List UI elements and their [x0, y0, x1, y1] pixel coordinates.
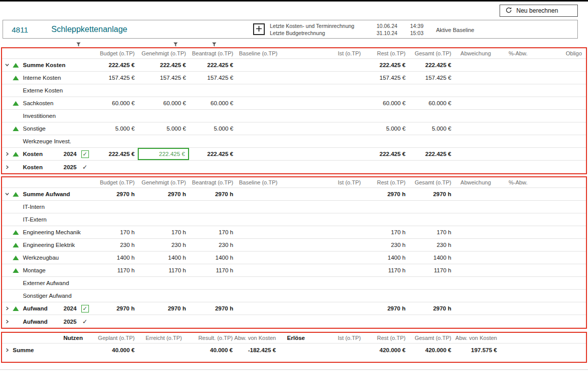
- column-header-rest-o-tp[interactable]: Rest (o.TP): [364, 177, 409, 188]
- value-cell[interactable]: 2970 h: [91, 188, 138, 200]
- aufwand-row-montage[interactable]: Montage1170 h1170 h1170 h1170 h1170 h: [2, 264, 586, 277]
- value-cell[interactable]: [236, 290, 281, 302]
- value-cell[interactable]: [454, 277, 494, 289]
- value-cell[interactable]: [138, 290, 189, 302]
- value-cell[interactable]: [454, 84, 494, 97]
- value-cell[interactable]: [454, 110, 494, 122]
- value-cell[interactable]: 5.000 €: [189, 122, 236, 135]
- value-cell[interactable]: [236, 148, 281, 160]
- collapse-chevron-icon[interactable]: [5, 192, 13, 197]
- value-cell[interactable]: [494, 148, 531, 160]
- value-cell[interactable]: -182.425 €: [236, 343, 279, 356]
- value-cell[interactable]: [138, 201, 189, 213]
- year-checkbox[interactable]: ✓: [81, 305, 89, 312]
- aufwand-row-it-intern[interactable]: IT-Intern: [2, 201, 586, 213]
- value-cell[interactable]: 60.000 €: [138, 97, 189, 109]
- value-cell[interactable]: 2970 h: [189, 302, 236, 315]
- value-cell[interactable]: 157.425 €: [91, 72, 138, 84]
- value-cell[interactable]: 170 h: [91, 226, 138, 238]
- value-cell[interactable]: [236, 188, 281, 200]
- value-cell[interactable]: [236, 59, 281, 71]
- value-cell[interactable]: [308, 343, 364, 356]
- value-cell[interactable]: [494, 252, 531, 264]
- value-cell[interactable]: [409, 213, 454, 226]
- value-cell[interactable]: 170 h: [364, 226, 409, 238]
- year-checkbox[interactable]: ✓: [81, 150, 89, 158]
- value-cell[interactable]: 5.000 €: [364, 122, 409, 135]
- aufwand-row-aufwand-2024[interactable]: Aufwand2024✓2970 h2970 h2970 h2970 h2970…: [2, 302, 586, 315]
- value-cell[interactable]: [454, 188, 494, 200]
- value-cell[interactable]: [494, 161, 531, 173]
- value-cell[interactable]: [531, 122, 585, 135]
- value-cell[interactable]: 157.425 €: [189, 72, 236, 84]
- value-cell[interactable]: 1400 h: [91, 252, 138, 264]
- column-header[interactable]: [2, 48, 91, 58]
- expand-chevron-icon[interactable]: [5, 319, 13, 324]
- value-cell[interactable]: [281, 135, 364, 147]
- value-cell[interactable]: [364, 201, 409, 213]
- value-cell[interactable]: 1400 h: [189, 252, 236, 264]
- value-cell[interactable]: [409, 315, 454, 328]
- value-cell[interactable]: [409, 135, 454, 147]
- value-cell[interactable]: [236, 97, 281, 109]
- value-cell[interactable]: [364, 161, 409, 173]
- value-cell[interactable]: [454, 72, 494, 84]
- value-cell[interactable]: [454, 213, 494, 226]
- value-cell[interactable]: [138, 84, 189, 97]
- value-cell[interactable]: [409, 110, 454, 122]
- column-header-result-o-tp[interactable]: Result. (o.TP): [185, 333, 236, 343]
- value-cell[interactable]: [409, 201, 454, 213]
- value-cell[interactable]: [494, 97, 531, 109]
- value-cell[interactable]: 222.425 €: [409, 59, 454, 71]
- value-cell[interactable]: [454, 226, 494, 238]
- aufwand-row-werkzeugbau[interactable]: Werkzeugbau1400 h1400 h1400 h1400 h1400 …: [2, 252, 586, 264]
- kosten-row-externe-kosten[interactable]: Externe Kosten: [2, 84, 586, 97]
- value-cell[interactable]: 170 h: [409, 226, 454, 238]
- value-cell[interactable]: [494, 315, 531, 328]
- value-cell[interactable]: [494, 110, 531, 122]
- value-cell[interactable]: [454, 59, 494, 71]
- column-header-baseline-o-tp[interactable]: Baseline (o.TP): [236, 177, 281, 188]
- value-cell[interactable]: 60.000 €: [364, 97, 409, 109]
- value-cell[interactable]: 222.425 €: [189, 59, 236, 71]
- expand-chevron-icon[interactable]: [5, 151, 13, 157]
- aufwand-row-aufwand-2025[interactable]: Aufwand2025✓: [2, 315, 586, 328]
- kosten-row-werkzeuge-invest[interactable]: Werkzeuge Invest.: [2, 135, 586, 148]
- value-cell[interactable]: [281, 110, 364, 122]
- value-cell[interactable]: [281, 161, 364, 173]
- value-cell[interactable]: 5.000 €: [91, 122, 138, 135]
- value-cell[interactable]: 2970 h: [409, 302, 454, 315]
- nutzen-row-summe[interactable]: Summe40.000 €40.000 €-182.425 €420.000 €…: [2, 343, 586, 356]
- column-header-beantragt-o-tp[interactable]: Beantragt (o.TP): [189, 177, 236, 188]
- column-header-gesamt-o-tp[interactable]: Gesamt (o.TP): [409, 333, 454, 343]
- value-cell[interactable]: [281, 59, 364, 71]
- value-cell[interactable]: [494, 213, 531, 226]
- aufwand-row-engineering-mechanik[interactable]: Engineering Mechanik170 h170 h170 h170 h…: [2, 226, 586, 239]
- collapse-chevron-icon[interactable]: [5, 63, 13, 68]
- value-cell[interactable]: 2970 h: [364, 188, 409, 200]
- value-cell[interactable]: [91, 277, 138, 289]
- value-cell[interactable]: [138, 343, 185, 356]
- value-cell[interactable]: [364, 290, 409, 302]
- value-cell[interactable]: 2970 h: [364, 302, 409, 315]
- value-cell[interactable]: [454, 239, 494, 251]
- column-header-abw-von-kosten[interactable]: Abw. von Kosten: [236, 333, 279, 343]
- value-cell[interactable]: 1170 h: [138, 264, 189, 276]
- value-cell[interactable]: [236, 277, 281, 289]
- value-cell[interactable]: [91, 161, 138, 173]
- value-cell[interactable]: [91, 201, 138, 213]
- value-cell[interactable]: [364, 315, 409, 328]
- value-cell[interactable]: 1400 h: [364, 252, 409, 264]
- column-header-ist-o-tp[interactable]: Ist (o.TP): [281, 48, 364, 58]
- expand-chevron-icon[interactable]: [5, 306, 13, 311]
- value-cell[interactable]: [236, 252, 281, 264]
- value-cell[interactable]: [494, 135, 531, 147]
- aufwand-row-it-extern[interactable]: IT-Extern: [2, 213, 586, 226]
- kosten-row-investitionen[interactable]: Investitionen: [2, 110, 586, 122]
- column-header-gesamt-o-tp[interactable]: Gesamt (o.TP): [409, 48, 454, 58]
- value-cell[interactable]: [454, 315, 494, 328]
- value-cell[interactable]: 222.425 €: [364, 59, 409, 71]
- value-cell[interactable]: [494, 84, 531, 97]
- value-cell[interactable]: 420.000 €: [364, 343, 409, 356]
- value-cell[interactable]: [281, 97, 364, 109]
